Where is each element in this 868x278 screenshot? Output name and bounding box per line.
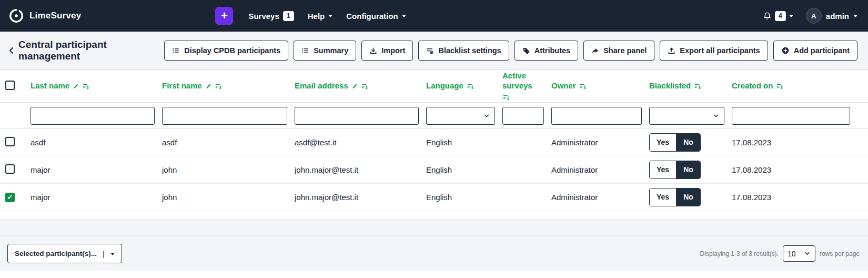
sort-icon[interactable] bbox=[82, 83, 89, 90]
column-label: Language bbox=[426, 81, 463, 91]
toolbar: Display CPDB participants Summary Import… bbox=[164, 41, 857, 61]
email-filter-input[interactable] bbox=[295, 107, 419, 125]
nav-help[interactable]: Help bbox=[301, 7, 340, 25]
sort-icon[interactable] bbox=[776, 83, 783, 90]
cell-created-on: 17.08.2023 bbox=[732, 193, 771, 202]
export-all-participants-button[interactable]: Export all participants bbox=[660, 41, 768, 61]
sort-icon[interactable] bbox=[694, 83, 701, 90]
chevron-down-icon bbox=[402, 15, 406, 19]
bottom-strip bbox=[0, 271, 868, 278]
created-on-filter-input[interactable] bbox=[732, 107, 850, 125]
cell-language: English bbox=[426, 165, 452, 174]
column-header-owner: Owner bbox=[551, 81, 642, 91]
blacklist-yes-button[interactable]: Yes bbox=[650, 188, 677, 206]
blacklisted-toggle: Yes No bbox=[649, 161, 701, 179]
table-header-row: Last name First name Email address Langu… bbox=[0, 70, 868, 103]
participant-row: asdf asdf asdf@test.it English Administr… bbox=[0, 129, 868, 156]
chevron-down-icon bbox=[712, 112, 720, 120]
page: LimeSurvey + Surveys 1 Help Configuratio… bbox=[0, 0, 868, 278]
cell-created-on: 17.08.2023 bbox=[732, 138, 771, 147]
nav-surveys-label: Surveys bbox=[248, 12, 279, 21]
notifications-menu[interactable]: 4 bbox=[763, 11, 793, 21]
cell-language: English bbox=[426, 193, 452, 202]
pencil-icon bbox=[205, 83, 211, 90]
active-surveys-filter-input[interactable] bbox=[502, 107, 544, 125]
column-label: Blacklisted bbox=[649, 81, 691, 91]
button-label: Export all participants bbox=[680, 46, 760, 55]
user-name: admin bbox=[826, 12, 849, 21]
button-label: Attributes bbox=[534, 46, 570, 55]
sort-icon[interactable] bbox=[361, 83, 368, 90]
blacklist-settings-button[interactable]: Blacklist settings bbox=[418, 41, 509, 61]
user-menu[interactable]: A admin bbox=[806, 8, 857, 24]
top-navbar: LimeSurvey + Surveys 1 Help Configuratio… bbox=[0, 0, 868, 32]
chevron-down-icon bbox=[483, 112, 490, 120]
pencil-icon bbox=[351, 83, 358, 90]
results-summary: Displaying 1-3 of 3 result(s). bbox=[700, 250, 779, 257]
cell-last-name: major bbox=[31, 165, 51, 174]
column-header-created-on: Created on bbox=[732, 81, 850, 91]
column-label: Email address bbox=[295, 81, 348, 91]
attributes-button[interactable]: Attributes bbox=[514, 41, 578, 61]
import-button[interactable]: Import bbox=[361, 41, 413, 61]
add-participant-button[interactable]: Add participant bbox=[773, 41, 857, 61]
column-header-active-surveys: Active surveys bbox=[502, 71, 544, 102]
summary-button[interactable]: Summary bbox=[294, 41, 356, 61]
first-name-filter-input[interactable] bbox=[162, 107, 287, 125]
nav-configuration[interactable]: Configuration bbox=[339, 7, 412, 25]
blacklisted-toggle: Yes No bbox=[649, 133, 701, 152]
cell-owner: Administrator bbox=[551, 138, 598, 147]
rows-per-page-select[interactable]: 10 bbox=[783, 245, 815, 262]
chevron-down-icon bbox=[110, 253, 115, 257]
blacklist-no-button[interactable]: No bbox=[677, 161, 700, 178]
pagination: Displaying 1-3 of 3 result(s). 10 rows p… bbox=[700, 245, 860, 262]
cell-first-name: asdf bbox=[162, 138, 177, 147]
tag-icon bbox=[522, 47, 530, 55]
sort-icon[interactable] bbox=[467, 83, 474, 90]
blacklist-no-button[interactable]: No bbox=[677, 134, 700, 151]
display-cpdb-participants-button[interactable]: Display CPDB participants bbox=[164, 41, 288, 61]
nav-surveys[interactable]: Surveys 1 bbox=[241, 7, 300, 25]
owner-filter-input[interactable] bbox=[551, 107, 642, 125]
selected-participants-label: Selected participant(s)... bbox=[15, 250, 97, 257]
sort-icon[interactable] bbox=[215, 83, 222, 90]
brand[interactable]: LimeSurvey bbox=[8, 8, 81, 24]
share-panel-button[interactable]: Share panel bbox=[583, 41, 654, 61]
cell-language: English bbox=[426, 138, 452, 147]
row-checkbox[interactable] bbox=[5, 193, 15, 202]
sort-icon[interactable] bbox=[579, 83, 587, 90]
row-checkbox[interactable] bbox=[5, 164, 15, 174]
selected-participants-dropdown[interactable]: Selected participant(s)... | bbox=[7, 244, 122, 263]
blacklist-no-button[interactable]: No bbox=[677, 188, 700, 206]
pencil-icon bbox=[73, 83, 79, 90]
sort-icon[interactable] bbox=[502, 94, 510, 101]
create-survey-button[interactable]: + bbox=[215, 7, 233, 25]
chevron-down-icon bbox=[328, 15, 332, 19]
language-filter-select[interactable] bbox=[426, 107, 495, 125]
blacklist-yes-button[interactable]: Yes bbox=[650, 134, 677, 151]
blacklisted-filter-select[interactable] bbox=[649, 107, 724, 125]
button-label: Summary bbox=[314, 46, 348, 55]
select-all-checkbox[interactable] bbox=[5, 81, 15, 90]
surveys-count-badge: 1 bbox=[283, 11, 294, 21]
brand-name: LimeSurvey bbox=[29, 11, 81, 21]
column-label: Active surveys bbox=[502, 71, 544, 91]
blacklisted-toggle: Yes No bbox=[649, 188, 701, 206]
button-label: Add participant bbox=[794, 46, 850, 55]
back-chevron-icon[interactable] bbox=[7, 46, 16, 55]
cell-owner: Administrator bbox=[551, 193, 598, 202]
blacklist-yes-button[interactable]: Yes bbox=[650, 161, 677, 178]
cell-first-name: john bbox=[162, 165, 177, 174]
page-title: Central participant management bbox=[18, 39, 164, 62]
page-header: Central participant management Display C… bbox=[0, 32, 868, 70]
list-gear-icon bbox=[426, 47, 434, 55]
row-checkbox[interactable] bbox=[5, 137, 15, 146]
column-header-blacklisted: Blacklisted bbox=[649, 81, 724, 91]
participants-table: Last name First name Email address Langu… bbox=[0, 70, 868, 220]
navbar-right: 4 A admin bbox=[763, 8, 857, 24]
column-label: Owner bbox=[551, 81, 576, 91]
import-icon bbox=[369, 47, 377, 55]
button-label: Blacklist settings bbox=[438, 46, 501, 55]
last-name-filter-input[interactable] bbox=[31, 107, 155, 125]
chevron-down-icon bbox=[789, 15, 793, 19]
